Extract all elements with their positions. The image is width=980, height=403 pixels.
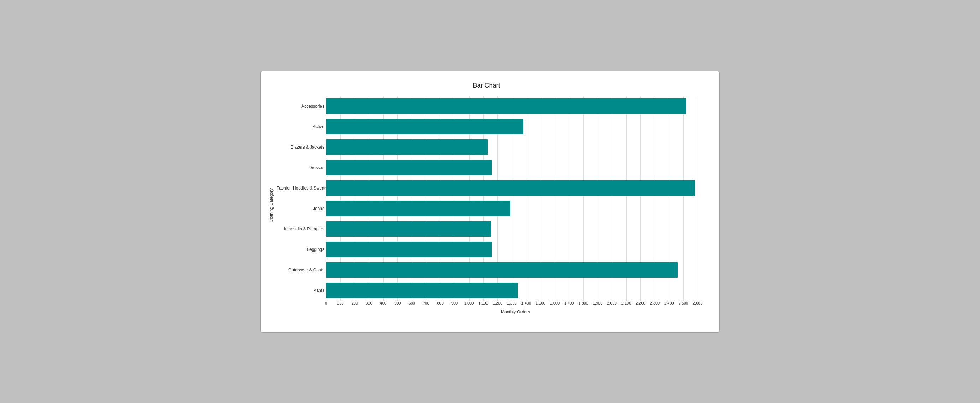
bar [326, 140, 487, 155]
y-axis-label: Clothing Category [269, 188, 274, 222]
x-tick-label: 2,100 [621, 301, 631, 305]
y-axis-label-container: Clothing Category [268, 96, 275, 314]
bar-label: Active [277, 124, 324, 129]
x-tick-label: 1,700 [564, 301, 574, 305]
x-axis-label: Monthly Orders [326, 309, 705, 314]
x-tick-label: 2,400 [664, 301, 674, 305]
x-tick-label: 1,500 [536, 301, 546, 305]
x-tick-label: 800 [437, 301, 443, 305]
bar-label: Jeans [277, 206, 324, 211]
bar [326, 242, 492, 257]
bar-wrapper [326, 262, 705, 278]
bar [326, 180, 695, 196]
bar-row: Pants [326, 281, 705, 300]
bar [326, 282, 517, 298]
chart-container: Bar Chart Clothing Category AccessoriesA… [260, 71, 720, 333]
bar-wrapper [326, 221, 705, 237]
bar-row: Fashion Hoodies & Sweatshirts [326, 178, 705, 198]
x-tick-label: 2,500 [679, 301, 689, 305]
x-tick-label: 1,300 [507, 301, 517, 305]
bar-wrapper [326, 140, 705, 155]
bar-label: Pants [277, 288, 324, 293]
bar-row: Blazers & Jackets [326, 137, 705, 157]
chart-body: Clothing Category AccessoriesActiveBlaze… [268, 96, 705, 314]
bar-label: Accessories [277, 104, 324, 109]
bars-and-grid: AccessoriesActiveBlazers & JacketsDresse… [277, 96, 705, 301]
x-tick-label: 400 [380, 301, 387, 305]
chart-title: Bar Chart [268, 82, 705, 89]
x-tick-label: 900 [452, 301, 458, 305]
bar-label: Dresses [277, 165, 324, 170]
x-tick-label: 1,600 [550, 301, 560, 305]
bar-wrapper [326, 180, 705, 196]
chart-inner: AccessoriesActiveBlazers & JacketsDresse… [277, 96, 705, 314]
x-tick-label: 1,000 [464, 301, 474, 305]
x-tick-label: 1,400 [522, 301, 531, 305]
bar [326, 119, 523, 135]
bar-wrapper [326, 242, 705, 257]
x-tick-label: 2,300 [650, 301, 660, 305]
bar-wrapper [326, 98, 705, 114]
x-tick-label: 1,100 [478, 301, 488, 305]
bar-label: Jumpsuits & Rompers [277, 227, 324, 232]
x-tick-label: 2,000 [607, 301, 617, 305]
bar [326, 201, 511, 216]
x-tick-label: 1,800 [578, 301, 588, 305]
bar-label: Outerwear & Coats [277, 268, 324, 273]
x-tick-label: 300 [366, 301, 372, 305]
x-ticks: 01002003004005006007008009001,0001,1001,… [326, 301, 705, 308]
bar-label: Fashion Hoodies & Sweatshirts [277, 186, 324, 190]
x-tick-label: 2,600 [693, 301, 703, 305]
x-tick-label: 600 [409, 301, 415, 305]
bar-label: Leggings [277, 247, 324, 252]
x-axis: 01002003004005006007008009001,0001,1001,… [326, 301, 705, 314]
bar-wrapper [326, 282, 705, 298]
x-tick-label: 700 [423, 301, 429, 305]
bar [326, 160, 492, 175]
bar-row: Active [326, 117, 705, 136]
bar-row: Accessories [326, 96, 705, 116]
bars-area: AccessoriesActiveBlazers & JacketsDresse… [326, 96, 705, 300]
bar-row: Outerwear & Coats [326, 260, 705, 280]
x-tick-label: 100 [337, 301, 344, 305]
bar-row: Leggings [326, 240, 705, 259]
bar-wrapper [326, 201, 705, 216]
bar-wrapper [326, 160, 705, 175]
bar-label: Blazers & Jackets [277, 145, 324, 150]
bar-wrapper [326, 119, 705, 135]
x-tick-label: 1,200 [493, 301, 503, 305]
x-tick-label: 2,200 [636, 301, 646, 305]
x-tick-label: 1,900 [593, 301, 603, 305]
x-tick-label: 200 [352, 301, 358, 305]
bar-row: Dresses [326, 158, 705, 178]
bar-row: Jeans [326, 199, 705, 219]
bar [326, 262, 678, 278]
x-tick-label: 500 [394, 301, 401, 305]
bar [326, 221, 491, 237]
x-tick-label: 0 [325, 301, 327, 305]
bar-row: Jumpsuits & Rompers [326, 219, 705, 239]
bar [326, 98, 686, 114]
